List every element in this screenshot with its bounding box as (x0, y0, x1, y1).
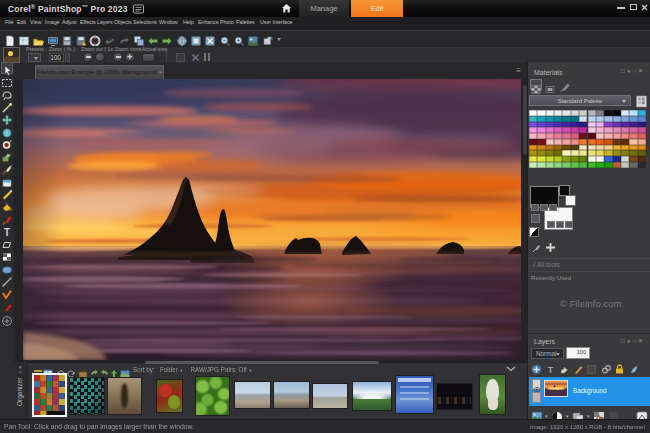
svg-text:T: T (548, 365, 554, 375)
